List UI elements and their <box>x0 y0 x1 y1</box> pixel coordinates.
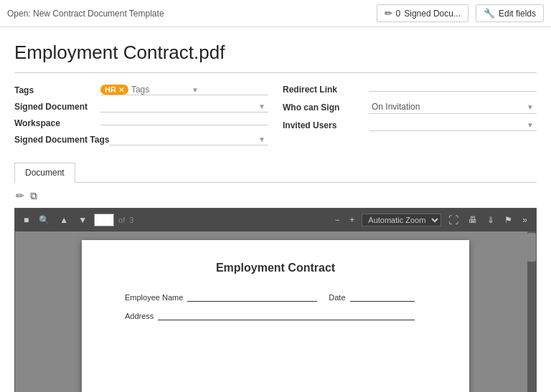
wrench-icon: 🔧 <box>484 8 495 19</box>
tag-hr: HR ✕ <box>100 85 128 95</box>
invited-users-label: Invited Users <box>283 120 369 130</box>
copy-icon[interactable]: ⧉ <box>30 190 37 202</box>
pdf-print[interactable]: 🖶 <box>466 214 480 226</box>
edit-icon[interactable]: ✏ <box>16 190 24 202</box>
edit-fields-label: Edit fields <box>499 9 536 19</box>
pdf-page: Employment Contract Employee Name Date A… <box>82 240 469 392</box>
pdf-zoom-out[interactable]: − <box>331 214 342 226</box>
who-can-sign-row: Who can Sign On Invitation ▼ <box>283 100 537 114</box>
pdf-zoom-in[interactable]: + <box>347 214 357 226</box>
redirect-link-row: Redirect Link <box>283 85 537 95</box>
page-title: Employment Contract.pdf <box>14 42 537 73</box>
signed-doc-tags-control[interactable]: ▼ <box>109 134 268 145</box>
tags-dropdown-arrow[interactable]: ▼ <box>192 86 199 94</box>
pdf-search-button[interactable]: 🔍 <box>36 214 52 226</box>
pdf-viewer: ■ 🔍 ▲ ▼ 1 of 3 − + Automatic Zoom 50% 75… <box>14 208 537 392</box>
invited-users-row: Invited Users ▼ <box>283 120 537 131</box>
signed-doc-tags-label: Signed Document Tags <box>14 135 109 145</box>
pdf-download[interactable]: ⇓ <box>484 214 497 226</box>
workspace-control[interactable] <box>100 122 268 125</box>
pdf-prev-page[interactable]: ▲ <box>57 214 71 226</box>
who-can-sign-control[interactable]: On Invitation ▼ <box>369 100 537 114</box>
pdf-content: Employment Contract Employee Name Date A… <box>15 231 536 392</box>
pdf-bookmark[interactable]: ⚑ <box>501 214 515 226</box>
main-content: Employment Contract.pdf Tags HR ✕ ▼ Sign… <box>0 27 551 392</box>
signed-doc-tags-row: Signed Document Tags ▼ <box>14 134 268 145</box>
who-can-sign-value: On Invitation <box>372 102 420 112</box>
tags-input-area[interactable]: HR ✕ ▼ <box>100 85 268 95</box>
invited-users-arrow[interactable]: ▼ <box>527 121 534 129</box>
form-area: Tags HR ✕ ▼ Signed Document ▼ <box>14 85 537 151</box>
tabs: Document <box>14 163 537 183</box>
signed-doc-control[interactable]: ▼ <box>100 101 268 113</box>
tags-label: Tags <box>14 85 100 95</box>
signed-doc-arrow[interactable]: ▼ <box>258 102 265 110</box>
pdf-address-line <box>158 310 415 320</box>
redirect-link-control[interactable] <box>369 88 537 92</box>
who-can-sign-label: Who can Sign <box>283 102 369 113</box>
pdf-employee-line <box>187 292 317 302</box>
pdf-sidebar-toggle[interactable]: ■ <box>21 214 32 226</box>
pdf-toolbar: ■ 🔍 ▲ ▼ 1 of 3 − + Automatic Zoom 50% 75… <box>15 209 536 231</box>
pdf-address-label: Address <box>125 312 154 320</box>
doc-toolbar: ✏ ⧉ <box>14 190 537 202</box>
signed-doc-row: Signed Document ▼ <box>14 101 268 113</box>
tab-document-label: Document <box>25 168 65 178</box>
tag-hr-label: HR <box>105 85 116 94</box>
top-bar: Open: New Contract Document Template ✏ 0… <box>0 0 551 27</box>
pdf-scrollbar[interactable] <box>527 231 536 392</box>
top-bar-title: Open: New Contract Document Template <box>7 9 164 19</box>
pdf-employee-label: Employee Name <box>125 293 183 302</box>
pdf-page-sep: of <box>118 216 125 224</box>
form-left: Tags HR ✕ ▼ Signed Document ▼ <box>14 85 268 151</box>
tags-text-input[interactable] <box>131 85 189 95</box>
pdf-next-page[interactable]: ▼ <box>75 214 90 226</box>
edit-doc-icon: ✏ <box>385 8 392 19</box>
edit-fields-button[interactable]: 🔧 Edit fields <box>476 4 544 22</box>
workspace-row: Workspace <box>14 118 268 128</box>
pdf-date-line <box>350 292 415 302</box>
pdf-scrollbar-thumb <box>527 233 536 262</box>
form-right: Redirect Link Who can Sign On Invitation… <box>283 85 537 151</box>
signed-doc-label: Signed Document <box>14 102 100 112</box>
invited-users-control[interactable]: ▼ <box>369 120 537 131</box>
pdf-date-label: Date <box>329 293 345 302</box>
pdf-fullscreen[interactable]: ⛶ <box>446 213 461 227</box>
signed-doc-tags-arrow[interactable]: ▼ <box>258 135 265 143</box>
signed-docs-count: 0 <box>396 9 401 19</box>
tag-remove-icon[interactable]: ✕ <box>118 86 124 94</box>
pdf-page-input[interactable]: 1 <box>94 214 114 226</box>
pdf-employee-row: Employee Name Date <box>125 292 426 302</box>
pdf-page-total: 3 <box>129 216 133 224</box>
pdf-more[interactable]: » <box>519 214 530 226</box>
tab-document[interactable]: Document <box>14 163 75 183</box>
tags-row: Tags HR ✕ ▼ <box>14 85 268 95</box>
pdf-address-row: Address <box>125 310 426 320</box>
redirect-link-label: Redirect Link <box>283 85 369 95</box>
pdf-page-title: Employment Contract <box>125 262 426 274</box>
who-can-sign-arrow[interactable]: ▼ <box>527 103 534 111</box>
pdf-zoom-select[interactable]: Automatic Zoom 50% 75% 100% 125% 150% <box>362 214 441 226</box>
top-bar-actions: ✏ 0 Signed Docu... 🔧 Edit fields <box>377 4 544 22</box>
signed-docs-button[interactable]: ✏ 0 Signed Docu... <box>377 4 468 22</box>
workspace-label: Workspace <box>14 118 100 128</box>
signed-docs-label: Signed Docu... <box>404 9 461 19</box>
